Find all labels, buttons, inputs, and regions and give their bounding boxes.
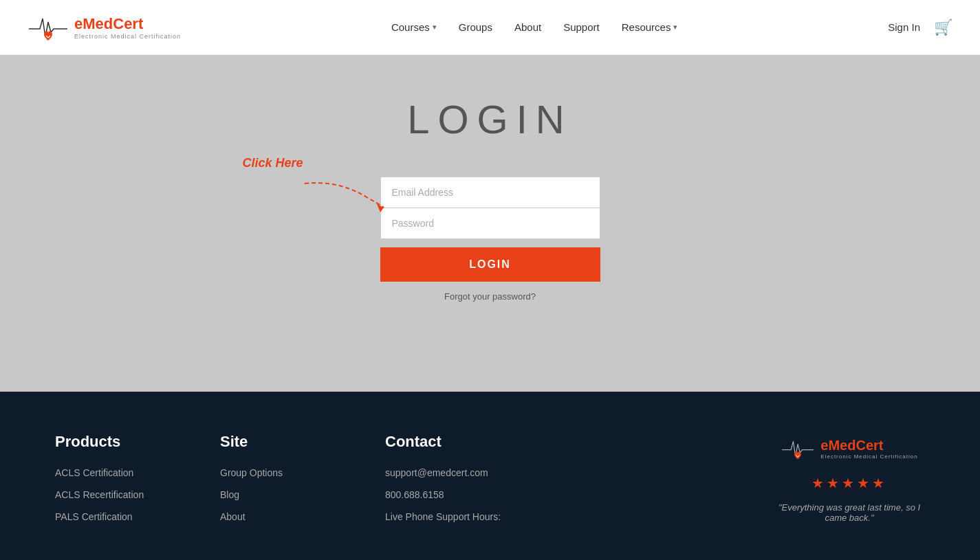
chevron-down-icon: ▾ xyxy=(433,23,437,32)
logo-sub: Electronic Medical Certification xyxy=(74,33,181,40)
logo[interactable]: eMedCert Electronic Medical Certificatio… xyxy=(28,8,181,46)
main-content: LOGIN Click Here LOGIN Forgot your passw… xyxy=(0,55,980,392)
chevron-down-icon: ▾ xyxy=(673,23,677,32)
annotation-text: Click Here xyxy=(243,156,303,170)
nav-support[interactable]: Support xyxy=(563,21,600,33)
password-field[interactable] xyxy=(380,208,600,239)
footer-link-about[interactable]: About xyxy=(220,511,344,522)
logo-name: eMedCert xyxy=(74,15,181,33)
nav-about[interactable]: About xyxy=(514,21,541,33)
page-title: LOGIN xyxy=(407,96,573,142)
footer-logo-text: eMedCert Electronic Medical Certificatio… xyxy=(820,438,917,460)
footer-products: Products ACLS Certification ACLS Recerti… xyxy=(55,433,179,536)
sign-in-button[interactable]: Sign In xyxy=(888,21,920,33)
footer-brand: eMedCert Electronic Medical Certificatio… xyxy=(774,433,925,536)
footer-link-acls-cert[interactable]: ACLS Certification xyxy=(55,467,179,478)
cart-icon[interactable]: 🛒 xyxy=(934,19,952,36)
testimonial-text: "Everything was great last time, so I ca… xyxy=(774,502,925,523)
footer-logo-icon xyxy=(781,433,815,464)
footer-logo-name: eMedCert xyxy=(820,438,917,453)
footer-email[interactable]: support@emedcert.com xyxy=(385,467,509,478)
footer-link-acls-recert[interactable]: ACLS Recertification xyxy=(55,489,179,500)
footer-link-blog[interactable]: Blog xyxy=(220,489,344,500)
nav-groups[interactable]: Groups xyxy=(459,21,492,33)
nav-resources[interactable]: Resources ▾ xyxy=(622,21,678,33)
logo-icon xyxy=(28,8,69,46)
form-wrapper: Click Here LOGIN Forgot your password? xyxy=(380,177,600,302)
footer: Products ACLS Certification ACLS Recerti… xyxy=(0,392,980,560)
footer-hours-label: Live Phone Support Hours: xyxy=(385,511,509,522)
footer-contact: Contact support@emedcert.com 800.688.615… xyxy=(385,433,509,536)
login-button[interactable]: LOGIN xyxy=(380,247,600,282)
email-field[interactable] xyxy=(380,177,600,208)
footer-products-title: Products xyxy=(55,433,179,451)
nav-courses[interactable]: Courses ▾ xyxy=(391,21,437,33)
star-rating: ★★★★★ xyxy=(812,475,887,491)
main-nav: Courses ▾ Groups About Support Resources… xyxy=(391,21,678,33)
header-actions: Sign In 🛒 xyxy=(888,19,952,36)
footer-logo-sub: Electronic Medical Certification xyxy=(820,453,917,460)
footer-link-pals-cert[interactable]: PALS Certification xyxy=(55,511,179,522)
login-form: LOGIN Forgot your password? xyxy=(380,177,600,302)
footer-contact-title: Contact xyxy=(385,433,509,451)
footer-logo: eMedCert Electronic Medical Certificatio… xyxy=(781,433,917,464)
footer-link-group-options[interactable]: Group Options xyxy=(220,467,344,478)
footer-phone: 800.688.6158 xyxy=(385,489,509,500)
forgot-password-link[interactable]: Forgot your password? xyxy=(380,291,600,302)
header: eMedCert Electronic Medical Certificatio… xyxy=(0,0,980,55)
logo-text: eMedCert Electronic Medical Certificatio… xyxy=(74,15,181,40)
footer-site-title: Site xyxy=(220,433,344,451)
annotation-arrow xyxy=(298,177,394,218)
footer-site: Site Group Options Blog About xyxy=(220,433,344,536)
